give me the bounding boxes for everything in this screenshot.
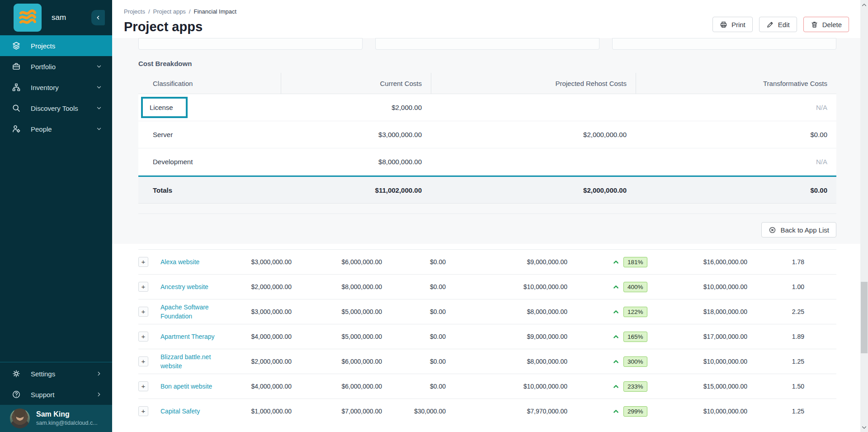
financial-impact-panel: Cost Breakdown Classification Current Co… [112, 38, 860, 244]
app-name-link[interactable]: Apache Software Foundation [160, 303, 237, 321]
header-actions: Print Edit Delete [712, 17, 849, 32]
summary-card [375, 38, 599, 50]
app-cell-total-costs: $10,000,000.00 [446, 283, 567, 290]
summary-card [138, 38, 363, 50]
app-cell-current-costs: $2,000,000.00 [237, 358, 292, 365]
cost-cell-classification[interactable]: Development [138, 158, 281, 166]
column-header-classification: Classification [138, 73, 281, 94]
cost-table-header: Classification Current Costs Projected R… [138, 73, 836, 94]
expand-row-button[interactable]: + [138, 332, 148, 342]
breadcrumb-project-apps[interactable]: Project apps [153, 8, 186, 15]
expand-row-button[interactable]: + [138, 307, 148, 317]
change-percent-badge: 300% [623, 356, 647, 367]
sidebar-nav: Projects Portfolio Inventory [0, 35, 112, 139]
gear-icon [12, 369, 21, 378]
app-cell-change: 233% [567, 381, 653, 392]
app-cell-total-costs: $7,970,000.00 [446, 408, 567, 415]
app-cell-total-costs: $8,000,000.00 [446, 308, 567, 315]
app-cell-change: 300% [567, 356, 653, 367]
scroll-down-arrow[interactable] [860, 424, 868, 431]
main-content: Projects / Project apps / Financial Impa… [112, 0, 860, 432]
app-cell-future-costs: $10,000,000.00 [653, 358, 747, 365]
scroll-up-arrow[interactable] [860, 1, 868, 8]
sidebar-item-label: Portfolio [31, 63, 96, 71]
app-name-link[interactable]: Capital Safety [160, 407, 204, 416]
pencil-icon [766, 21, 774, 28]
print-button[interactable]: Print [712, 17, 753, 32]
app-cell-transform-costs: $0.00 [382, 283, 446, 290]
summary-cards-row [138, 38, 836, 50]
app-name-link[interactable]: Blizzard battle.net website [160, 352, 237, 371]
expand-row-button[interactable]: + [138, 406, 148, 416]
app-name-link[interactable]: Bon apetit website [160, 382, 217, 391]
cost-cell-classification[interactable]: Server [138, 131, 281, 138]
sidebar-item-settings[interactable]: Settings [0, 363, 112, 384]
page-header: Projects / Project apps / Financial Impa… [112, 0, 860, 38]
workspace-name: sam [52, 13, 66, 22]
app-cell-projected-costs: $7,000,000.00 [292, 408, 382, 415]
expand-row-button[interactable]: + [138, 282, 148, 292]
back-to-app-list-button[interactable]: Back to App List [761, 222, 836, 237]
app-table-row: + Alexa website $3,000,000.00 $6,000,000… [138, 249, 836, 274]
app-table-row: + Apartment Therapy $4,000,000.00 $5,000… [138, 324, 836, 349]
app-cell-total-costs: $8,000,000.00 [446, 358, 567, 365]
app-cell-ratio: 1.89 [747, 333, 836, 340]
sidebar-collapse-button[interactable] [91, 10, 105, 25]
app-financials-table: + Alexa website $3,000,000.00 $6,000,000… [112, 249, 860, 423]
help-circle-icon [12, 390, 21, 399]
cost-cell-current: $2,000.00 [281, 104, 431, 111]
app-cell-transform-costs: $30,000.00 [382, 408, 446, 415]
delete-button-label: Delete [822, 21, 842, 28]
caret-up-icon [613, 309, 619, 315]
breadcrumb-projects[interactable]: Projects [124, 8, 145, 15]
sidebar-item-people[interactable]: People [0, 119, 112, 139]
column-header-current-costs: Current Costs [281, 73, 431, 94]
totals-transformative: $0.00 [636, 186, 836, 194]
cost-cell-transformative: N/A [636, 104, 836, 111]
sidebar-header: sam [0, 0, 112, 35]
app-cell-current-costs: $3,000,000.00 [237, 308, 292, 315]
app-cell-transform-costs: $0.00 [382, 383, 446, 390]
app-cell-ratio: 1.50 [747, 383, 836, 390]
sidebar-item-discovery-tools[interactable]: Discovery Tools [0, 98, 112, 119]
app-cell-future-costs: $10,000,000.00 [653, 408, 747, 415]
app-root: sam Projects Portfolio [0, 0, 868, 432]
expand-row-button[interactable]: + [138, 356, 148, 366]
search-icon [12, 104, 21, 113]
app-table-row: + Blizzard battle.net website $2,000,000… [138, 349, 836, 374]
sidebar-item-projects[interactable]: Projects [0, 35, 112, 56]
app-name-link[interactable]: Apartment Therapy [160, 332, 219, 341]
sidebar-item-portfolio[interactable]: Portfolio [0, 56, 112, 77]
totals-current: $11,002,000.00 [281, 186, 431, 194]
sidebar-item-support[interactable]: Support [0, 384, 112, 405]
sidebar: sam Projects Portfolio [0, 0, 112, 432]
tidal-logo[interactable] [14, 4, 42, 32]
expand-row-button[interactable]: + [138, 381, 148, 391]
app-name-link[interactable]: Ancestry website [160, 282, 213, 291]
change-percent-badge: 400% [623, 282, 647, 292]
scroll-down-icon [862, 426, 867, 430]
expand-row-button[interactable]: + [138, 257, 148, 267]
caret-up-icon [613, 358, 619, 365]
change-percent-badge: 181% [623, 257, 647, 267]
delete-button[interactable]: Delete [803, 17, 849, 32]
change-percent-badge: 122% [623, 307, 647, 317]
selected-classification-cell[interactable]: License [141, 97, 188, 118]
vertical-scrollbar[interactable] [860, 0, 868, 432]
breadcrumb-separator: / [189, 8, 191, 15]
sidebar-item-inventory[interactable]: Inventory [0, 77, 112, 98]
app-table-row: + Bon apetit website $4,000,000.00 $6,00… [138, 374, 836, 399]
edit-button[interactable]: Edit [759, 17, 797, 32]
app-name-link[interactable]: Alexa website [160, 257, 204, 266]
cost-cell-current: $3,000,000.00 [281, 131, 431, 138]
circle-x-icon [769, 226, 776, 234]
chevron-down-icon [96, 126, 102, 132]
column-header-transformative-costs: Transformative Costs [636, 73, 836, 94]
sidebar-bottom-nav: Settings Support [0, 362, 112, 405]
user-menu[interactable]: Sam King sam.king@tidalcloud.c... [0, 405, 112, 432]
scrollbar-thumb[interactable] [861, 282, 868, 353]
sitemap-icon [12, 83, 21, 92]
app-cell-total-costs: $10,000,000.00 [446, 383, 567, 390]
app-cell-transform-costs: $0.00 [382, 258, 446, 266]
caret-up-icon [613, 408, 619, 415]
